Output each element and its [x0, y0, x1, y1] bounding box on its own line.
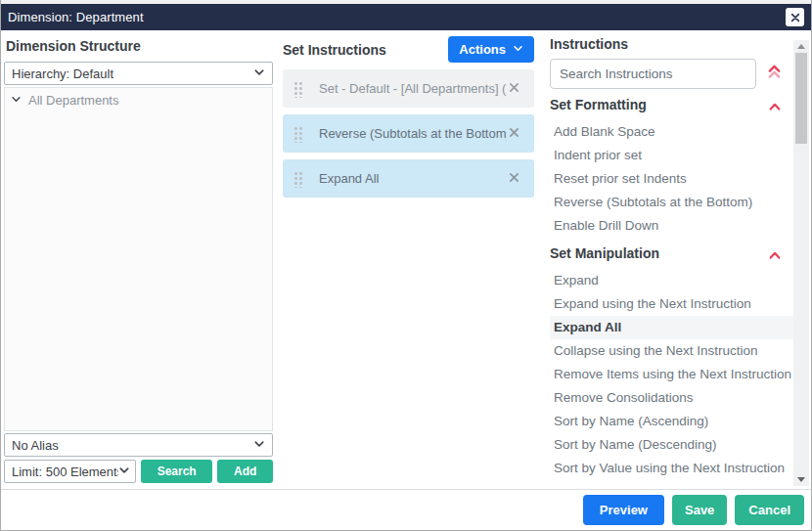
- close-button[interactable]: [786, 8, 804, 26]
- modal-body: Dimension Structure Hierarchy: Default A…: [1, 30, 811, 489]
- dimension-editor-modal: Dimension: Department Dimension Structur…: [0, 0, 812, 531]
- scrollbar-down-arrow-icon[interactable]: [793, 473, 809, 486]
- chevron-down-icon: [253, 438, 265, 453]
- set-instructions-header-row: Set Instructions Actions: [283, 36, 534, 63]
- instruction-card-reverse[interactable]: Reverse (Subtotals at the Bottom): [283, 114, 534, 153]
- limit-select[interactable]: Limit: 500 Elements: [4, 460, 136, 483]
- instruction-option[interactable]: Sort by Name (Descending): [550, 433, 782, 457]
- instruction-option[interactable]: Sort by Value using the Next Instruction: [550, 457, 782, 480]
- search-button[interactable]: Search: [141, 460, 212, 483]
- actions-button[interactable]: Actions: [448, 36, 534, 63]
- chevron-down-icon: [513, 42, 523, 57]
- instructions-header: Instructions: [550, 36, 782, 52]
- instruction-option[interactable]: Add Blank Space: [550, 120, 782, 144]
- element-actions-row: Limit: 500 Elements Search Add: [4, 460, 273, 483]
- chevron-down-icon: [118, 465, 130, 479]
- save-button[interactable]: Save: [672, 495, 727, 525]
- drag-handle-icon[interactable]: [293, 80, 304, 98]
- tree-item-all-departments[interactable]: All Departments: [5, 88, 272, 112]
- modal-footer: Preview Save Cancel: [1, 489, 811, 530]
- instructions-scrollbar[interactable]: [793, 40, 809, 486]
- instruction-card-label: Set - Default - [All Departments] (x1): [319, 81, 507, 96]
- hierarchy-select[interactable]: Hierarchy: Default: [4, 62, 273, 85]
- add-button[interactable]: Add: [217, 460, 273, 483]
- chevron-down-icon: [11, 93, 22, 108]
- instruction-option[interactable]: Expand using the Next Instruction: [550, 292, 782, 316]
- drag-handle-icon[interactable]: [293, 170, 304, 188]
- dimension-structure-panel: Dimension Structure Hierarchy: Default A…: [1, 30, 275, 489]
- instruction-option[interactable]: Reset prior set Indents: [550, 167, 782, 191]
- section-header-set-manipulation: Set Manipulation: [550, 247, 782, 264]
- remove-instruction-button[interactable]: [507, 124, 521, 143]
- alias-select[interactable]: No Alias: [4, 433, 273, 457]
- remove-instruction-button[interactable]: [507, 169, 521, 188]
- section-title: Set Manipulation: [550, 245, 659, 261]
- instruction-option[interactable]: Remove Items using the Next Instruction: [550, 363, 782, 386]
- hierarchy-select-value: Hierarchy: Default: [12, 66, 253, 81]
- instruction-option[interactable]: Expand: [550, 269, 782, 292]
- modal-title: Dimension: Department: [8, 10, 144, 24]
- instruction-option[interactable]: Indent prior set: [550, 144, 782, 167]
- actions-button-label: Actions: [459, 42, 506, 57]
- section-header-set-formatting: Set Formatting: [550, 99, 782, 115]
- drag-handle-icon[interactable]: [293, 125, 304, 143]
- collapse-section-icon[interactable]: [768, 99, 782, 116]
- collapse-section-icon[interactable]: [768, 247, 782, 265]
- close-icon: [509, 81, 519, 96]
- instruction-card-label: Expand All: [319, 171, 507, 186]
- close-icon: [790, 13, 800, 22]
- instruction-option[interactable]: Remove Consolidations: [550, 386, 782, 410]
- chevron-down-icon: [253, 66, 265, 81]
- tree-item-label: All Departments: [28, 93, 118, 108]
- instruction-option[interactable]: Collapse using the Next Instruction: [550, 339, 782, 363]
- alias-select-value: No Alias: [12, 438, 253, 453]
- modal-titlebar: Dimension: Department: [1, 4, 811, 30]
- instruction-option[interactable]: Reverse (Subtotals at the Bottom): [550, 191, 782, 214]
- scrollbar-up-arrow-icon[interactable]: [793, 40, 809, 53]
- remove-instruction-button[interactable]: [507, 79, 521, 98]
- preview-button[interactable]: Preview: [583, 495, 664, 525]
- collapse-all-icon[interactable]: [767, 64, 782, 84]
- limit-select-value: Limit: 500 Elements: [12, 465, 118, 479]
- set-instructions-header: Set Instructions: [283, 42, 386, 58]
- scrollbar-thumb[interactable]: [795, 53, 807, 144]
- instruction-option[interactable]: Sort by Name (Ascending): [550, 410, 782, 433]
- instructions-panel: Instructions Set Formatting Add Blank Sp…: [539, 30, 811, 489]
- instructions-search-row: [550, 59, 782, 89]
- dimension-structure-header: Dimension Structure: [6, 38, 273, 54]
- dimension-tree: All Departments: [4, 87, 273, 431]
- instruction-option[interactable]: Enable Drill Down: [550, 214, 782, 238]
- instruction-card-set-default[interactable]: Set - Default - [All Departments] (x1): [283, 69, 534, 108]
- close-icon: [509, 171, 519, 186]
- close-icon: [509, 126, 519, 141]
- instruction-card-expand-all[interactable]: Expand All: [283, 159, 534, 198]
- set-instructions-panel: Set Instructions Actions Set - Default -…: [275, 30, 539, 489]
- cancel-button[interactable]: Cancel: [735, 495, 804, 525]
- section-title: Set Formatting: [550, 97, 647, 112]
- instruction-option-selected[interactable]: Expand All: [550, 316, 805, 339]
- instructions-search-input[interactable]: [550, 59, 756, 89]
- instruction-card-label: Reverse (Subtotals at the Bottom): [319, 126, 507, 141]
